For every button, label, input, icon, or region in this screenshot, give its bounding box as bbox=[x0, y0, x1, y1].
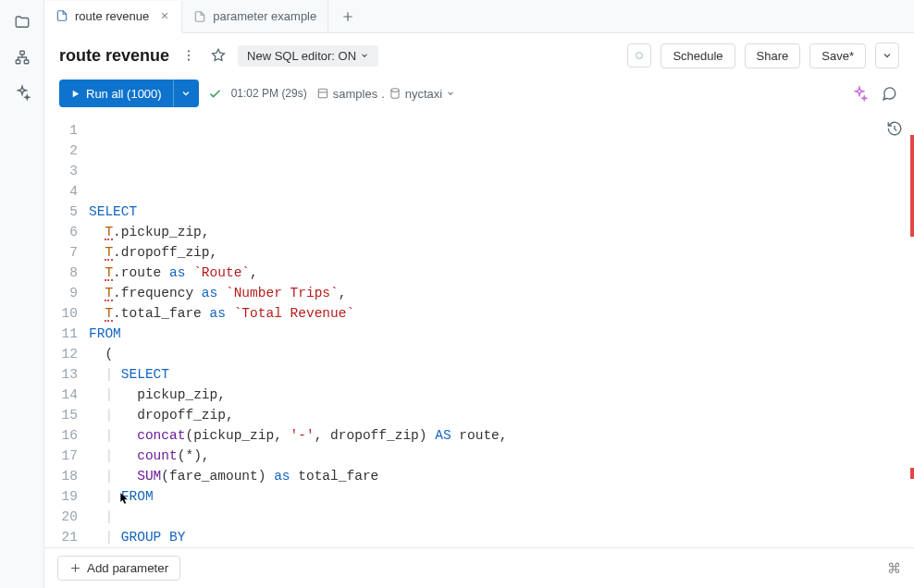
check-icon bbox=[208, 87, 222, 101]
minimap-error-marker bbox=[910, 135, 914, 237]
code-line[interactable]: T.pickup_zip, bbox=[89, 222, 914, 242]
code-editor[interactable]: 123456789101112131415161718192021 SELECT… bbox=[44, 116, 914, 547]
svg-rect-1 bbox=[16, 60, 20, 64]
save-button[interactable]: Save* bbox=[809, 43, 866, 68]
code-line[interactable]: | SELECT bbox=[89, 364, 914, 385]
comment-icon[interactable] bbox=[879, 83, 899, 104]
code-line[interactable]: | FROM bbox=[89, 486, 914, 507]
folder-icon[interactable] bbox=[13, 13, 31, 31]
editor-footer: Add parameter ⌘ bbox=[44, 547, 914, 588]
database-icon bbox=[316, 87, 329, 100]
keyboard-shortcut-icon[interactable]: ⌘ bbox=[887, 560, 901, 577]
svg-point-7 bbox=[391, 89, 399, 92]
schedule-button[interactable]: Schedule bbox=[661, 43, 735, 68]
new-tab-button[interactable] bbox=[334, 0, 362, 32]
run-all-button[interactable]: Run all (1000) bbox=[59, 80, 173, 107]
add-parameter-button[interactable]: Add parameter bbox=[57, 556, 180, 581]
code-line[interactable]: | GROUP BY bbox=[89, 527, 914, 547]
svg-rect-6 bbox=[318, 89, 327, 97]
code-area[interactable]: SELECT T.pickup_zip, T.dropoff_zip, T.ro… bbox=[89, 120, 914, 547]
svg-point-4 bbox=[188, 55, 190, 56]
editor-header: route revenue New SQL editor: ON Schedul… bbox=[44, 33, 914, 76]
code-line[interactable]: T.frequency as `Number Trips`, bbox=[89, 283, 914, 303]
run-time: 01:02 PM (29s) bbox=[231, 87, 307, 100]
svg-point-3 bbox=[188, 50, 190, 52]
assistant-icon[interactable] bbox=[849, 83, 870, 104]
tab-route-revenue[interactable]: route revenue bbox=[44, 1, 182, 33]
code-line[interactable]: | bbox=[89, 507, 914, 527]
tab-parameter-example[interactable]: parameter example bbox=[182, 0, 328, 32]
page-title: route revenue bbox=[59, 46, 169, 66]
code-line[interactable]: | dropoff_zip, bbox=[89, 405, 914, 425]
code-line[interactable]: T.total_fare as `Total Revenue` bbox=[89, 303, 914, 324]
tab-label: route revenue bbox=[75, 9, 149, 23]
schema-icon[interactable] bbox=[13, 48, 31, 67]
editor-toolbar: Run all (1000) 01:02 PM (29s) samples . … bbox=[44, 76, 914, 116]
code-line[interactable]: ( bbox=[89, 344, 914, 364]
code-line[interactable]: T.route as `Route`, bbox=[89, 263, 914, 283]
catalog-picker[interactable]: samples . nyctaxi bbox=[316, 87, 456, 101]
sql-file-icon bbox=[56, 9, 68, 22]
ai-suggest-icon[interactable] bbox=[13, 83, 31, 102]
tab-strip: route revenue parameter example bbox=[44, 0, 914, 33]
svg-rect-0 bbox=[19, 51, 24, 55]
line-gutter: 123456789101112131415161718192021 bbox=[44, 120, 89, 547]
code-line[interactable]: | count(*), bbox=[89, 446, 914, 466]
code-line[interactable]: | pickup_zip, bbox=[89, 385, 914, 405]
code-line[interactable]: | SUM(fare_amount) as total_fare bbox=[89, 466, 914, 486]
share-button[interactable]: Share bbox=[745, 43, 801, 68]
history-icon[interactable] bbox=[884, 118, 905, 139]
save-menu-caret[interactable] bbox=[875, 43, 899, 68]
svg-point-5 bbox=[188, 59, 190, 61]
close-icon[interactable] bbox=[159, 10, 170, 21]
star-icon[interactable] bbox=[208, 45, 228, 66]
code-line[interactable]: SELECT bbox=[89, 202, 914, 222]
tab-label: parameter example bbox=[213, 9, 316, 23]
code-line[interactable]: FROM bbox=[89, 324, 914, 344]
sql-file-icon bbox=[193, 10, 206, 23]
connection-status[interactable] bbox=[627, 43, 651, 67]
minimap-error-marker bbox=[910, 468, 914, 479]
left-nav-rail bbox=[0, 0, 44, 588]
run-menu-caret[interactable] bbox=[173, 80, 199, 107]
status-dot-icon bbox=[636, 52, 643, 59]
new-editor-toggle[interactable]: New SQL editor: ON bbox=[238, 45, 378, 67]
schema-small-icon bbox=[389, 87, 401, 100]
svg-rect-2 bbox=[24, 60, 29, 64]
code-line[interactable]: T.dropoff_zip, bbox=[89, 242, 914, 263]
code-line[interactable]: | concat(pickup_zip, '-', dropoff_zip) A… bbox=[89, 425, 914, 446]
more-menu-icon[interactable] bbox=[179, 45, 199, 66]
